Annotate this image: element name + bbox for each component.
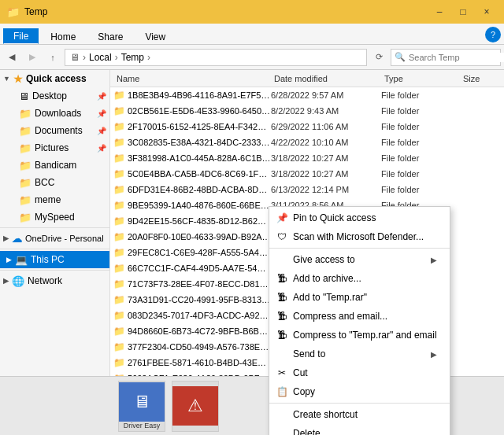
sidebar-item-bandicam[interactable]: 📁 Bandicam [0, 157, 109, 174]
sidebar-item-meme[interactable]: 📁 meme [0, 191, 109, 208]
title-bar-left: 📁 Temp [6, 6, 47, 18]
up-button[interactable]: ↑ [44, 49, 61, 66]
ctx-icon: 🗜 [276, 272, 288, 285]
meme-label: meme [35, 194, 106, 205]
sidebar-item-desktop[interactable]: 🖥 Desktop 📌 [0, 87, 109, 105]
col-header-date[interactable]: Date modified [271, 74, 381, 83]
file-name: 94D8660E-6B73-4C72-9BFB-B6BDBB25... [128, 326, 271, 336]
col-header-size[interactable]: Size [460, 74, 501, 83]
path-temp[interactable]: Temp [121, 52, 144, 63]
file-name: 377F2304-CD50-4949-A576-738E82DC6... [128, 342, 271, 352]
sidebar-item-myspeed[interactable]: 📁 MySpeed [0, 208, 109, 226]
pictures-label: Pictures [35, 142, 94, 153]
folder-icon: 📁 [113, 326, 128, 337]
folder-icon: 📁 [113, 247, 128, 258]
ctx-menu-item[interactable]: 🗜Add to "Temp.rar" [269, 288, 450, 307]
ctx-label: Create shortcut [293, 409, 437, 420]
tab-share[interactable]: Share [87, 29, 133, 44]
ctx-menu-item[interactable]: 🗜Compress to "Temp.rar" and email [269, 326, 450, 345]
file-name: 1B8E3B49-4B96-4116-8A91-E7F5396CE5F0 [128, 90, 271, 100]
folder-icon: 📁 [113, 200, 128, 211]
myspeed-label: MySpeed [35, 212, 106, 223]
folder-icon: 📁 [113, 294, 128, 305]
onedrive-label: OneDrive - Personal [25, 234, 104, 243]
folder-icon: 📁 [113, 90, 128, 101]
close-button[interactable]: × [476, 4, 498, 20]
address-bar: ◀ ▶ ↑ 🖥 › Local › Temp › ⟳ 🔍 [0, 45, 504, 70]
ctx-menu-item[interactable]: 🗜Add to archive... [269, 269, 450, 288]
sidebar-item-downloads[interactable]: 📁 Downloads 📌 [0, 105, 109, 122]
ctx-icon: ✂ [276, 367, 288, 379]
folder-icon: 📁 [113, 121, 128, 132]
ctx-menu-item[interactable]: ✂Cut [269, 363, 450, 382]
file-name: 71C73F73-28EE-4F07-8ECC-D8159D14... [128, 279, 271, 289]
ctx-label: Copy [293, 386, 437, 397]
file-type: File folder [381, 122, 460, 131]
file-row[interactable]: 📁 02CB561E-E5D6-4E33-9960-6450B949B490 8… [110, 103, 504, 119]
pin-icon-desktop: 📌 [97, 92, 106, 101]
desktop-label: Desktop [32, 90, 94, 101]
ctx-menu-item[interactable]: 📋Copy [269, 382, 450, 401]
file-type: File folder [381, 153, 460, 163]
sidebar-item-documents[interactable]: 📁 Documents 📌 [0, 122, 109, 139]
ctx-menu-item[interactable]: Create shortcut [269, 405, 450, 424]
thumbnail-2[interactable]: ⚠ [172, 381, 219, 432]
file-row[interactable]: 📁 1B8E3B49-4B96-4116-8A91-E7F5396CE5F0 6… [110, 87, 504, 103]
tab-file[interactable]: File [3, 28, 39, 44]
file-type: File folder [381, 106, 460, 116]
path-local[interactable]: Local [89, 52, 112, 63]
ctx-label: Compress to "Temp.rar" and email [293, 330, 437, 341]
tab-home[interactable]: Home [40, 29, 86, 44]
sidebar-quick-access-header[interactable]: ▼ ★ Quick access [0, 70, 109, 87]
file-date: 6/29/2022 11:06 AM [271, 122, 381, 131]
forward-button[interactable]: ▶ [24, 49, 41, 66]
file-row[interactable]: 📁 5C0E4BBA-CA5B-4DC6-8C69-1F654B3B1... 3… [110, 166, 504, 182]
ctx-separator [269, 403, 450, 404]
file-name: 29FEC8C1-C6E9-428F-A555-5A454BCB... [128, 248, 271, 257]
file-row[interactable]: 📁 3C082835-E38A-4321-84DC-23337D01D780 4… [110, 135, 504, 150]
ctx-menu-item[interactable]: Delete [269, 424, 450, 435]
sidebar-item-thispc[interactable]: ▶ 💻 This PC [0, 251, 109, 268]
maximize-button[interactable]: □ [452, 4, 474, 20]
downloads-label: Downloads [35, 108, 94, 119]
folder-icon: 📁 [113, 216, 128, 227]
file-name: 66C7CC1F-CAF4-49D5-AA7E-54F140A... [128, 264, 271, 273]
ctx-menu-item[interactable]: 📌Pin to Quick access [269, 208, 450, 227]
back-button[interactable]: ◀ [3, 49, 20, 66]
file-row[interactable]: 📁 2F170015-6152-4125-8EA4-F3421D2AF264 6… [110, 119, 504, 135]
sidebar-onedrive-header[interactable]: ▶ ☁ OneDrive - Personal [0, 230, 109, 247]
ctx-label: Pin to Quick access [293, 212, 437, 223]
file-row[interactable]: 📁 6DFD31E4-86B2-48BD-ACBA-8DF218B85... 6… [110, 182, 504, 197]
ctx-menu-item[interactable]: 🗜Compress and email... [269, 307, 450, 326]
thumbnail-1[interactable]: 🖥 Driver Easy [118, 381, 165, 432]
myspeed-icon: 📁 [19, 212, 32, 223]
folder-icon: 📁 [113, 168, 128, 179]
file-name: 02CB561E-E5D6-4E33-9960-6450B949B490 [128, 106, 271, 116]
folder-icon: 📁 [6, 6, 20, 18]
col-header-name[interactable]: Name [113, 74, 271, 83]
ctx-label: Send to [293, 348, 426, 359]
sidebar-item-bcc[interactable]: 📁 BCC [0, 174, 109, 191]
ctx-icon: 📌 [276, 212, 288, 224]
pictures-icon: 📁 [19, 142, 32, 154]
file-name: 73A31D91-CC20-4991-95FB-83136DD0... [128, 295, 271, 304]
col-header-type[interactable]: Type [381, 74, 460, 83]
submenu-arrow-icon: ▶ [431, 350, 437, 359]
ctx-menu-item[interactable]: Send to▶ [269, 345, 450, 363]
help-button[interactable]: ? [485, 27, 501, 42]
sidebar-item-pictures[interactable]: 📁 Pictures 📌 [0, 139, 109, 157]
ctx-menu-item[interactable]: 🛡Scan with Microsoft Defender... [269, 227, 450, 246]
thispc-icon: 💻 [15, 254, 28, 266]
refresh-button[interactable]: ⟳ [370, 49, 387, 66]
documents-label: Documents [35, 125, 94, 136]
quick-access-label: Quick access [26, 73, 87, 84]
tab-view[interactable]: View [135, 29, 176, 44]
onedrive-icon: ☁ [12, 233, 22, 245]
file-list-headers: Name Date modified Type Size [110, 70, 504, 87]
title-bar-controls: – □ × [428, 4, 498, 20]
sidebar-network-header[interactable]: ▶ 🌐 Network [0, 272, 109, 289]
ctx-menu-item[interactable]: Give access to▶ [269, 250, 450, 269]
minimize-button[interactable]: – [428, 4, 450, 20]
search-input[interactable] [409, 53, 504, 62]
file-row[interactable]: 📁 3F381998-A1C0-445A-828A-6C1B912096B4 3… [110, 150, 504, 166]
